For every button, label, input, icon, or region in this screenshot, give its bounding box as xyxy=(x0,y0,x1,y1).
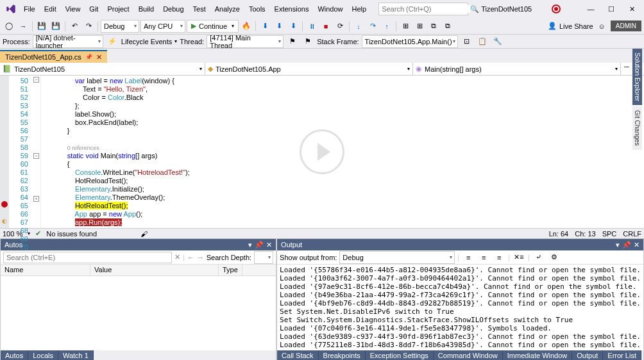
thread-dropdown[interactable]: [47114] Main Thread xyxy=(207,35,284,48)
tab-exception-settings[interactable]: Exception Settings xyxy=(366,350,434,360)
save-button[interactable]: 💾 xyxy=(35,20,48,33)
search-clear-icon[interactable]: ✕ xyxy=(174,253,180,261)
extra-btn-1[interactable]: ⊡ xyxy=(461,35,473,48)
nav-fwd-button[interactable]: → xyxy=(17,20,30,33)
menu-analyze[interactable]: Analyze xyxy=(210,3,244,15)
tool-btn-d[interactable]: ⧉ xyxy=(441,20,454,33)
solution-explorer-tab[interactable]: Solution Explorer xyxy=(632,49,642,105)
close-button[interactable]: ✕ xyxy=(622,2,641,16)
output-btn-1[interactable]: ≡ xyxy=(462,251,475,264)
tool-btn-c[interactable]: ⧉ xyxy=(427,20,440,33)
global-search-input[interactable] xyxy=(382,5,470,13)
code-area[interactable]: var label = new Label(window) { Text = "… xyxy=(41,76,644,228)
menu-extensions[interactable]: Extensions xyxy=(270,3,314,15)
panel-dropdown-icon[interactable]: ▾ xyxy=(248,241,252,249)
autos-body[interactable] xyxy=(1,276,276,350)
record-icon[interactable] xyxy=(552,4,561,13)
save-all-button[interactable]: 💾 xyxy=(49,20,62,33)
menu-project[interactable]: Project xyxy=(103,3,133,15)
thread-nav-icon[interactable]: ⚑ xyxy=(286,35,299,48)
feedback-icon[interactable]: ☺ xyxy=(598,22,606,30)
step-button-3[interactable]: ⬇ xyxy=(287,20,300,33)
brush-icon[interactable]: 🖌 xyxy=(140,230,148,238)
tab-immediate-window[interactable]: Immediate Window xyxy=(503,350,573,360)
git-changes-tab[interactable]: Git Changes xyxy=(632,106,642,150)
tab-command-window[interactable]: Command Window xyxy=(434,350,503,360)
menu-build[interactable]: Build xyxy=(134,3,158,15)
nav-project-dropdown[interactable]: 📗 TizenDotNet105 xyxy=(0,63,205,75)
tab-watch-1[interactable]: Watch 1 xyxy=(58,350,94,360)
stackframe-dropdown[interactable]: TizenDotNet105.App.Main() xyxy=(362,35,458,48)
lineending-indicator[interactable]: CRLF xyxy=(623,230,641,238)
line-indicator[interactable]: Ln: 64 xyxy=(549,230,569,238)
file-tab-active[interactable]: TizenDotNet105_App.cs 📌 ✕ xyxy=(0,50,107,63)
autos-col-name[interactable]: Name xyxy=(1,265,90,275)
search-depth-dropdown[interactable] xyxy=(254,251,273,264)
output-settings-button[interactable]: ⚙ xyxy=(548,251,561,264)
menu-file[interactable]: File xyxy=(19,3,40,15)
fold-gutter[interactable]: −−+ xyxy=(32,76,41,228)
panel-close-icon[interactable]: ✕ xyxy=(266,241,272,249)
tab-breakpoints[interactable]: Breakpoints xyxy=(319,350,366,360)
thread-nav-icon2[interactable]: ⚑ xyxy=(301,35,314,48)
tool-btn-b[interactable]: ⊞ xyxy=(413,20,426,33)
output-btn-3[interactable]: ≡ xyxy=(493,251,505,264)
code-editor[interactable]: ◐ 50515253545556575859606162636465666768… xyxy=(0,76,644,228)
global-search[interactable]: 🔍 xyxy=(378,3,468,15)
menu-debug[interactable]: Debug xyxy=(158,3,188,15)
menu-git[interactable]: Git xyxy=(85,3,103,15)
menu-tools[interactable]: Tools xyxy=(244,3,270,15)
autos-col-value[interactable]: Value xyxy=(90,265,219,275)
step-into-button[interactable]: ↓ xyxy=(352,20,365,33)
live-share-button[interactable]: 👤 Live Share xyxy=(544,22,597,30)
panel-dropdown-icon[interactable]: ▾ xyxy=(616,241,620,249)
config-dropdown[interactable]: Debug xyxy=(101,20,139,33)
tab-error-list[interactable]: Error List xyxy=(603,350,641,360)
pause-button[interactable]: ⏸ xyxy=(305,20,318,33)
platform-dropdown[interactable]: Any CPU xyxy=(140,20,185,33)
menu-test[interactable]: Test xyxy=(189,3,210,15)
autos-search-input[interactable] xyxy=(3,252,172,263)
tab-close-icon[interactable]: ✕ xyxy=(96,53,102,61)
issues-label[interactable]: No issues found xyxy=(46,230,97,238)
menu-help[interactable]: Help xyxy=(348,3,371,15)
step-over-button[interactable]: ↷ xyxy=(366,20,379,33)
continue-button[interactable]: ▶Continue▾ xyxy=(187,20,239,33)
stop-button[interactable]: ■ xyxy=(319,20,332,33)
panel-pin-icon[interactable]: 📌 xyxy=(622,241,631,249)
autos-panel-header[interactable]: Autos ▾📌✕ xyxy=(1,239,276,250)
step-button-2[interactable]: ⬇ xyxy=(273,20,285,33)
tab-output[interactable]: Output xyxy=(572,350,603,360)
char-indicator[interactable]: Ch: 13 xyxy=(575,230,595,238)
split-editor-icon[interactable]: ─ xyxy=(621,63,632,75)
autos-col-type[interactable]: Type xyxy=(219,265,242,275)
panel-close-icon[interactable]: ✕ xyxy=(634,241,640,249)
panel-pin-icon[interactable]: 📌 xyxy=(255,241,264,249)
minimize-button[interactable]: — xyxy=(581,2,600,16)
tool-btn-a[interactable]: ⊞ xyxy=(399,20,412,33)
pin-icon[interactable]: 📌 xyxy=(85,54,92,60)
nav-class-dropdown[interactable]: ◆ TizenDotNet105.App xyxy=(205,63,413,75)
space-indicator[interactable]: SPC xyxy=(602,230,617,238)
lifecycle-icon[interactable]: ⚡ xyxy=(106,35,119,48)
menu-view[interactable]: View xyxy=(61,3,85,15)
output-body[interactable]: Loaded '{55786f34-e016-44b5-a812-004935d… xyxy=(277,265,643,350)
menu-edit[interactable]: Edit xyxy=(40,3,61,15)
output-clear-button[interactable]: ✕≡ xyxy=(513,251,525,264)
extra-btn-3[interactable]: 🔧 xyxy=(491,35,504,48)
restart-button[interactable]: ⟳ xyxy=(334,20,346,33)
extra-btn-2[interactable]: 📋 xyxy=(476,35,489,48)
output-btn-2[interactable]: ≡ xyxy=(477,251,490,264)
output-panel-header[interactable]: Output ▾📌✕ xyxy=(277,239,643,250)
nav-member-dropdown[interactable]: ◉ Main(string[] args) xyxy=(413,63,621,75)
tab-locals[interactable]: Locals xyxy=(28,350,58,360)
undo-button[interactable]: ↶ xyxy=(68,20,81,33)
output-source-dropdown[interactable]: Debug xyxy=(339,251,455,264)
nav-right-icon[interactable]: → xyxy=(197,254,204,261)
menu-window[interactable]: Window xyxy=(313,3,347,15)
breakpoint-gutter[interactable]: ◐ xyxy=(0,76,9,228)
nav-left-icon[interactable]: ← xyxy=(187,254,194,261)
process-dropdown[interactable]: [N/A] dotnet-launcher xyxy=(33,35,103,48)
redo-button[interactable]: ↷ xyxy=(82,20,95,33)
step-button-1[interactable]: ⬇ xyxy=(258,20,271,33)
